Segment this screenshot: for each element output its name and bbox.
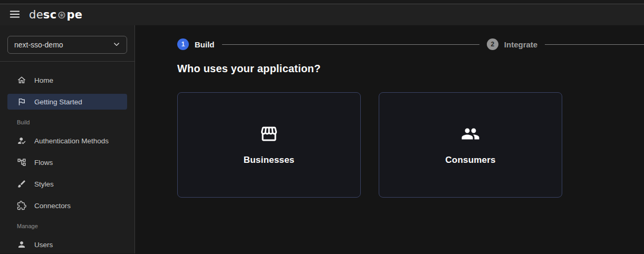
sidebar-item-authentication-methods[interactable]: Authentication Methods: [7, 133, 127, 149]
person-check-icon: [17, 136, 26, 145]
stepper-connector-line: [545, 44, 644, 45]
consumers-card[interactable]: Consumers: [379, 92, 562, 198]
chevron-down-icon: [112, 40, 121, 51]
sidebar-item-getting-started[interactable]: Getting Started: [7, 94, 127, 110]
logo-text-de: de: [29, 8, 43, 21]
step-label: Build: [195, 40, 215, 49]
logo-o-mark-icon: ⊛: [56, 8, 66, 21]
step-number-badge: 2: [487, 38, 498, 50]
sidebar-item-label: Getting Started: [34, 98, 82, 106]
sidebar-item-styles[interactable]: Styles: [7, 176, 127, 192]
sidebar-item-flows[interactable]: Flows: [7, 154, 127, 170]
sidebar-item-label: Users: [34, 241, 53, 249]
flag-icon: [17, 97, 26, 106]
sidebar-section-manage: Manage: [17, 223, 127, 229]
audience-choice-cards: Businesses Consumers: [177, 92, 644, 198]
card-label: Consumers: [445, 155, 495, 165]
person-icon: [17, 240, 26, 249]
stepper-connector-line: [222, 44, 479, 45]
businesses-card[interactable]: Businesses: [177, 92, 361, 198]
descope-logo: desc⊛pe: [29, 8, 82, 21]
sidebar-item-label: Authentication Methods: [34, 137, 109, 145]
sidebar-item-label: Styles: [34, 180, 54, 188]
sidebar-item-label: Flows: [34, 159, 53, 167]
page-title: Who uses your application?: [177, 63, 644, 75]
group-icon: [461, 124, 480, 143]
storefront-icon: [259, 124, 278, 143]
project-selector[interactable]: next-sso-demo: [7, 36, 127, 54]
main-content: 1 Build 2 Integrate Who uses your applic…: [135, 25, 644, 253]
sidebar-item-home[interactable]: Home: [7, 72, 127, 88]
stepper-step-integrate[interactable]: 2 Integrate: [487, 38, 537, 50]
sidebar-item-connectors[interactable]: Connectors: [7, 198, 127, 213]
home-icon: [17, 75, 26, 85]
sidebar-section-build: Build: [17, 119, 127, 125]
hamburger-menu-icon: [9, 8, 21, 22]
window-top-strip: [0, 0, 644, 4]
flow-tree-icon: [17, 158, 26, 167]
sidebar: next-sso-demo Home Getting Started Build: [0, 25, 135, 253]
step-number-badge: 1: [177, 38, 189, 50]
app-header: desc⊛pe: [0, 4, 644, 25]
sidebar-item-label: Connectors: [34, 202, 71, 210]
stepper-step-build[interactable]: 1 Build: [177, 38, 215, 50]
sidebar-item-label: Home: [34, 76, 53, 84]
wizard-stepper: 1 Build 2 Integrate: [177, 38, 644, 50]
sidebar-divider: [0, 61, 134, 62]
project-selector-value: next-sso-demo: [14, 41, 63, 49]
logo-text-pe: pe: [66, 8, 82, 21]
sidebar-item-users[interactable]: Users: [7, 237, 127, 252]
card-label: Businesses: [244, 155, 295, 165]
brush-icon: [17, 179, 26, 189]
puzzle-icon: [17, 201, 26, 210]
step-label: Integrate: [504, 40, 537, 49]
sidebar-nav: Home Getting Started Build Authenticatio…: [7, 72, 127, 252]
logo-text-sc: sc: [43, 8, 57, 21]
hamburger-menu-button[interactable]: [8, 8, 21, 21]
